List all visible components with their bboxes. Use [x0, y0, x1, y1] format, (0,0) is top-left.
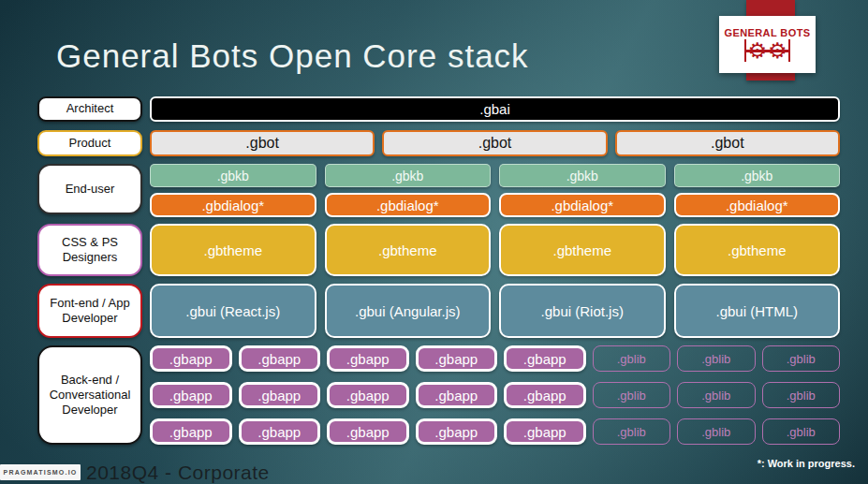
stack-box-gblib: .gblib — [593, 345, 671, 372]
gear-icon: ⚙ — [768, 40, 787, 62]
stack-box-gbkb: .gbkb — [150, 164, 316, 187]
stack-box-gbkb: .gbkb — [499, 164, 666, 187]
stack-box-gbui: .gbui (React.js) — [150, 284, 316, 338]
stack-box-gbapp: .gbapp — [416, 418, 498, 445]
stack-box-gbapp: .gbapp — [504, 418, 586, 445]
stack-box-gbtheme: .gbtheme — [325, 224, 492, 276]
pragmatismo-logo-text: PRAGMATISMO.IO — [4, 469, 78, 476]
stack-box-gblib: .gblib — [593, 418, 671, 445]
logo-wordmark: GENERAL BOTS — [725, 27, 811, 38]
stack-box-gbapp: .gbapp — [504, 382, 586, 408]
stack-box-gbkb: .gbkb — [674, 164, 841, 187]
stack-box-gbapp: .gbapp — [327, 418, 409, 445]
stack-diagram: ArchitectProductEnd-userCSS & PS Designe… — [37, 96, 840, 445]
stack-row-gbapp-1: .gbapp.gbapp.gbapp.gbapp.gbapp.gblib.gbl… — [150, 345, 840, 372]
stack-box-gbtheme: .gbtheme — [499, 224, 666, 276]
stack-box-gblib: .gblib — [677, 345, 756, 372]
stack-row-gbapp-3: .gbapp.gbapp.gbapp.gbapp.gbapp.gblib.gbl… — [150, 418, 840, 445]
page-title: General Bots Open Core stack — [56, 37, 529, 75]
role-label-architect: Architect — [37, 96, 142, 122]
stack-box-gbdialog: .gbdialog* — [674, 193, 841, 217]
stack-box-gbot: .gbot — [150, 130, 375, 156]
stack-box-gblib: .gblib — [762, 418, 841, 445]
work-in-progress-note: *: Work in progress. — [758, 458, 855, 469]
stack-row-gbtheme: .gbtheme.gbtheme.gbtheme.gbtheme — [150, 224, 840, 276]
stack-box-gbapp: .gbapp — [416, 345, 498, 372]
stack-box-gbkb: .gbkb — [325, 164, 492, 187]
role-label-css-ps-designers: CSS & PS Designers — [37, 224, 142, 276]
stack-row-gbkb: .gbkb.gbkb.gbkb.gbkb — [150, 164, 840, 187]
stack-box-gbui: .gbui (Riot.js) — [499, 284, 666, 338]
stack-row-gbdialog: .gbdialog*.gbdialog*.gbdialog*.gbdialog* — [150, 193, 840, 217]
gear-icon: ⚙ — [747, 40, 767, 62]
stack-box-gbdialog: .gbdialog* — [150, 193, 316, 217]
footer-caption: 2018Q4 - Corporate — [86, 462, 270, 484]
stack-row-gbot: .gbot.gbot.gbot — [150, 130, 840, 156]
stack-row-gbapp-2: .gbapp.gbapp.gbapp.gbapp.gbapp.gblib.gbl… — [150, 382, 840, 408]
role-label-back-end: Back-end / Conversational Developer — [37, 345, 142, 445]
stack-box-gbdialog: .gbdialog* — [325, 193, 492, 217]
stack-box-gbapp: .gbapp — [239, 418, 321, 445]
stack-box-gbapp: .gbapp — [150, 345, 232, 372]
role-label-end-user: End-user — [37, 164, 142, 214]
stack-box-gbapp: .gbapp — [239, 345, 321, 372]
stack-box-gbapp: .gbapp — [150, 418, 232, 445]
stack-box-gbapp: .gbapp — [239, 382, 321, 408]
stack-box-gbui: .gbui (HTML) — [674, 284, 841, 338]
stack-box-gbui: .gbui (Angular.js) — [325, 284, 492, 338]
stack-box-gbtheme: .gbtheme — [150, 224, 316, 276]
role-label-product: Product — [37, 130, 142, 156]
stack-rows: .gbai.gbot.gbot.gbot.gbkb.gbkb.gbkb.gbkb… — [150, 96, 840, 445]
stack-box-gbapp: .gbapp — [327, 345, 409, 372]
pragmatismo-logo: PRAGMATISMO.IO — [0, 464, 81, 480]
stack-box-gbtheme: .gbtheme — [674, 224, 841, 276]
stack-box-gblib: .gblib — [677, 418, 756, 445]
stack-box-gblib: .gblib — [593, 382, 671, 408]
stack-box-gbai: .gbai — [150, 96, 840, 122]
stack-box-gbapp: .gbapp — [150, 382, 232, 408]
stack-box-gbdialog: .gbdialog* — [499, 193, 666, 217]
general-bots-logo: GENERAL BOTS ⚙⚙ — [719, 16, 816, 73]
gears-icon: ⚙⚙ — [744, 39, 790, 62]
stack-box-gblib: .gblib — [677, 382, 756, 408]
stack-box-gbot: .gbot — [615, 130, 840, 156]
gear-bar-left — [744, 39, 747, 62]
slide-background: General Bots Open Core stack GENERAL BOT… — [0, 0, 868, 484]
role-labels: ArchitectProductEnd-userCSS & PS Designe… — [37, 96, 142, 445]
stack-box-gblib: .gblib — [762, 345, 841, 372]
stack-box-gbapp: .gbapp — [327, 382, 409, 408]
stack-row-gbai: .gbai — [150, 96, 840, 122]
stack-box-gblib: .gblib — [762, 382, 841, 408]
gear-bar-right — [788, 39, 791, 62]
role-label-front-end: Font-end / App Developer — [37, 284, 142, 338]
stack-row-gbui: .gbui (React.js).gbui (Angular.js).gbui … — [150, 284, 840, 338]
stack-box-gbapp: .gbapp — [504, 345, 586, 372]
stack-box-gbot: .gbot — [382, 130, 607, 156]
stack-box-gbapp: .gbapp — [416, 382, 498, 408]
